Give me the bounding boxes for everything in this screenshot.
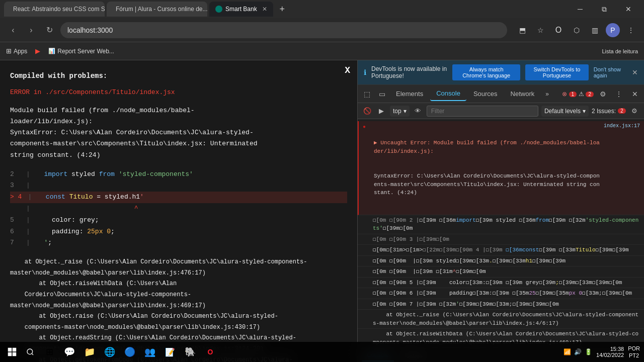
- settings-button[interactable]: ⚙: [596, 87, 610, 101]
- error-body: Module build failed (from ./node_modules…: [10, 105, 347, 160]
- bookmark-icon[interactable]: ☆: [533, 23, 547, 37]
- device-toolbar-button[interactable]: ▭: [375, 87, 389, 101]
- opera-icon[interactable]: O: [551, 23, 566, 37]
- network-icon: 📶: [564, 348, 571, 355]
- tab-network[interactable]: Network: [505, 87, 541, 101]
- language-code: POR: [628, 345, 640, 352]
- search-button[interactable]: [22, 344, 38, 360]
- taskbar-browser-button[interactable]: 🔵: [121, 343, 139, 361]
- taskbar-view-button[interactable]: ⊞: [40, 343, 58, 361]
- console-ansi-line-3: ◻[0m◻[31m>◻[1m>◻[22m◻[39m◻[90m 4 |◻[39m …: [358, 245, 644, 256]
- error-source-link[interactable]: index.jsx:17: [604, 122, 640, 130]
- svg-point-4: [27, 349, 33, 354]
- taskbar-git-button[interactable]: 🐘: [181, 343, 199, 361]
- stack-line-2: master\node_modules\@babel\parser\lib\in…: [10, 268, 347, 279]
- eye-icon[interactable]: 👁: [413, 106, 424, 117]
- terminal-close-button[interactable]: X: [345, 65, 350, 75]
- console-stack-line-1: at Object._raise (C:\Users\Alan Cordeiro…: [358, 310, 644, 329]
- taskbar-chat-button[interactable]: 💬: [60, 343, 78, 361]
- code-line-5: 5 | color: grey;: [10, 215, 347, 226]
- tab-label-forum: Fórum | Alura - Cursos online de...: [116, 6, 207, 13]
- issues-label: 2 Issues:: [592, 108, 616, 115]
- error-msg-detail: SyntaxError: C:\Users\Alan Cordeiro\Docu…: [374, 172, 600, 197]
- taskbar-right: 📶 🔊 🔋 15:38 14/02/2022 POR PT2: [564, 345, 640, 359]
- bookmark-youtube[interactable]: ▶: [35, 47, 40, 55]
- console-error-line: ● ▶ Uncaught Error: Module build failed …: [358, 121, 644, 215]
- taskbar-teams-button[interactable]: 👥: [141, 343, 159, 361]
- bookmark-apps[interactable]: ⊞ Apps: [6, 47, 27, 55]
- console-ansi-line-5: ◻[0m ◻[90m |◻[39m ◻[31m^◻[39m◻[0m: [358, 266, 644, 278]
- inspect-element-button[interactable]: ⬚: [360, 87, 374, 101]
- console-toolbar: 🚫 ▶ top ▾ 👁 Default levels ▾ 2 Issues: 2…: [358, 103, 644, 119]
- stack-line-3: at Object.raiseWithData (C:\Users\Alan: [10, 279, 347, 290]
- devtools-close-button[interactable]: ✕: [628, 87, 642, 101]
- compiled-with-problems-title: Compiled with problems:: [10, 70, 347, 81]
- default-levels-label: Default levels: [544, 108, 581, 115]
- forward-button[interactable]: ›: [24, 23, 38, 37]
- url-bar[interactable]: localhost:3000: [60, 22, 507, 38]
- console-settings-button[interactable]: ⚙: [629, 106, 640, 117]
- vertical-dots-button[interactable]: ⋮: [612, 87, 626, 101]
- bookmark-report[interactable]: 📊 Report Server Web...: [48, 48, 114, 55]
- notification-close-button[interactable]: ✕: [632, 68, 638, 76]
- tab-console[interactable]: Console: [430, 87, 466, 101]
- console-output[interactable]: ● ▶ Uncaught Error: Module build failed …: [358, 119, 644, 348]
- taskbar-clock[interactable]: 15:38 14/02/2022: [596, 346, 624, 358]
- dont-show-again-button[interactable]: Don't show again: [594, 66, 623, 78]
- code-block: 2 | import styled from 'styled-component…: [10, 169, 347, 249]
- terminal-content: Compiled with problems: ERROR in ./src/C…: [0, 60, 357, 362]
- clock-date: 14/02/2022: [596, 352, 624, 358]
- tab-more-button[interactable]: »: [541, 87, 553, 101]
- tab-sources[interactable]: Sources: [467, 87, 504, 101]
- screenshare-icon[interactable]: ⬒: [515, 23, 529, 37]
- context-label: top: [393, 108, 401, 115]
- switch-devtools-button[interactable]: Switch DevTools to Portuguese: [525, 64, 589, 80]
- match-language-button[interactable]: Always match Chrome's language: [452, 64, 520, 80]
- clear-console-button[interactable]: 🚫: [362, 106, 373, 117]
- console-filter-button[interactable]: ▶: [376, 106, 387, 117]
- svg-line-5: [32, 353, 33, 355]
- stack-line-1: at Object._raise (C:\Users\Alan Cordeiro…: [10, 257, 347, 268]
- extensions-icon[interactable]: ⬡: [570, 23, 584, 37]
- stack-line-4: Cordeiro\Documents\JC\alura-styled-compo…: [10, 290, 347, 301]
- profile-icon[interactable]: P: [606, 23, 620, 37]
- minimize-button[interactable]: ─: [569, 1, 592, 17]
- context-selector[interactable]: top ▾: [390, 106, 410, 117]
- bookmark-sidebar[interactable]: Lista de leitura: [602, 48, 638, 54]
- sidebar-icon[interactable]: ▥: [588, 23, 602, 37]
- devtools-notification: ℹ DevTools is now available in Portugues…: [358, 60, 644, 85]
- taskbar-edge-button[interactable]: 🌐: [101, 343, 119, 361]
- language-variant: PT2: [628, 352, 640, 359]
- bookmarks-bar: ⊞ Apps ▶ 📊 Report Server Web... Lista de…: [0, 42, 644, 60]
- start-button[interactable]: [4, 344, 20, 360]
- restore-button[interactable]: ⧉: [593, 1, 616, 17]
- error-body-line-2: loader/lib/index.js):: [10, 116, 347, 127]
- terminal-panel: X Compiled with problems: ERROR in ./src…: [0, 60, 357, 362]
- notification-icon: ℹ: [364, 68, 366, 76]
- warning-badge: ⚠ 2: [579, 90, 594, 98]
- tab-forum[interactable]: Fórum | Alura - Cursos online de... ✕: [107, 2, 207, 17]
- volume-icon: 🔊: [574, 348, 582, 355]
- bookmark-sidebar-label: Lista de leitura: [602, 48, 638, 54]
- default-levels-selector[interactable]: Default levels ▾: [541, 106, 589, 117]
- console-filter-input[interactable]: [427, 106, 538, 117]
- reload-button[interactable]: ↻: [42, 23, 56, 37]
- tab-smartbank[interactable]: Smart Bank ✕: [209, 2, 273, 17]
- stack-line-6: at Object.raise (C:\Users\Alan Cordeiro\…: [10, 311, 347, 322]
- console-ansi-line-1: ◻[0m ◻[90m 2 |◻[39m ◻[36mimport◻[39m sty…: [358, 215, 644, 234]
- taskbar-opera-button[interactable]: O: [201, 343, 219, 361]
- menu-icon[interactable]: ⋮: [624, 23, 638, 37]
- tab-close-smartbank[interactable]: ✕: [262, 6, 267, 13]
- notification-text: DevTools is now available in Portuguese!: [371, 65, 447, 79]
- code-line-2: 2 | import styled from 'styled-component…: [10, 169, 347, 180]
- tab-elements[interactable]: Elements: [390, 87, 429, 101]
- tab-react[interactable]: React: Abstraindo seu CSS com S... ✕: [4, 2, 105, 17]
- back-button[interactable]: ‹: [6, 23, 20, 37]
- new-tab-button[interactable]: +: [275, 2, 289, 16]
- svg-rect-0: [8, 348, 12, 352]
- taskbar-vscode-button[interactable]: 📝: [161, 343, 179, 361]
- error-message: ▶ Uncaught Error: Module build failed (f…: [374, 122, 600, 214]
- error-body-line-1: Module build failed (from ./node_modules…: [10, 105, 347, 116]
- taskbar-folder-button[interactable]: 📁: [80, 343, 99, 361]
- close-button[interactable]: ✕: [617, 1, 640, 17]
